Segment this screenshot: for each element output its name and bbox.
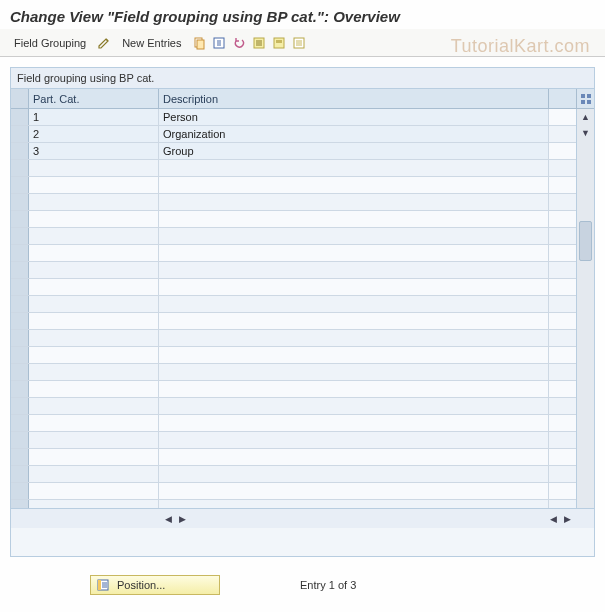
row-selector[interactable] — [11, 415, 29, 431]
cell-part-cat[interactable] — [29, 364, 159, 380]
row-selector[interactable] — [11, 262, 29, 278]
row-selector[interactable] — [11, 194, 29, 210]
cell-description[interactable] — [159, 398, 549, 414]
cell-description[interactable] — [159, 262, 549, 278]
row-selector[interactable] — [11, 466, 29, 482]
column-header-part-cat[interactable]: Part. Cat. — [29, 89, 159, 108]
scroll-thumb[interactable] — [579, 221, 592, 261]
row-selector[interactable] — [11, 160, 29, 176]
cell-description[interactable] — [159, 228, 549, 244]
row-selector[interactable] — [11, 483, 29, 499]
cell-description[interactable] — [159, 364, 549, 380]
cell-part-cat[interactable]: 2 — [29, 126, 159, 142]
row-selector[interactable] — [11, 143, 29, 159]
table-row[interactable] — [11, 313, 594, 330]
table-row[interactable] — [11, 347, 594, 364]
cell-description[interactable] — [159, 279, 549, 295]
cell-part-cat[interactable] — [29, 449, 159, 465]
cell-description[interactable] — [159, 194, 549, 210]
cell-description[interactable] — [159, 347, 549, 363]
table-row[interactable]: 1Person — [11, 109, 594, 126]
cell-description[interactable] — [159, 432, 549, 448]
cell-part-cat[interactable] — [29, 381, 159, 397]
cell-description[interactable] — [159, 483, 549, 499]
table-row[interactable] — [11, 415, 594, 432]
table-row[interactable] — [11, 483, 594, 500]
row-selector[interactable] — [11, 126, 29, 142]
cell-part-cat[interactable] — [29, 296, 159, 312]
deselect-all-icon[interactable] — [291, 35, 307, 51]
table-row[interactable] — [11, 398, 594, 415]
row-selector[interactable] — [11, 364, 29, 380]
hscroll-left2-icon[interactable]: ◀ — [546, 512, 560, 526]
cell-part-cat[interactable] — [29, 279, 159, 295]
table-row[interactable] — [11, 211, 594, 228]
row-selector[interactable] — [11, 245, 29, 261]
cell-description[interactable] — [159, 177, 549, 193]
select-block-icon[interactable] — [271, 35, 287, 51]
new-entries-button[interactable]: New Entries — [116, 35, 187, 51]
cell-description[interactable] — [159, 415, 549, 431]
cell-part-cat[interactable] — [29, 398, 159, 414]
row-selector[interactable] — [11, 398, 29, 414]
table-row[interactable]: 3Group — [11, 143, 594, 160]
row-selector[interactable] — [11, 449, 29, 465]
cell-part-cat[interactable] — [29, 466, 159, 482]
configure-columns-icon[interactable] — [576, 89, 594, 108]
scroll-track[interactable] — [577, 141, 594, 508]
copy-icon[interactable] — [191, 35, 207, 51]
table-row[interactable] — [11, 160, 594, 177]
row-selector[interactable] — [11, 228, 29, 244]
cell-part-cat[interactable] — [29, 432, 159, 448]
cell-part-cat[interactable] — [29, 330, 159, 346]
table-row[interactable] — [11, 432, 594, 449]
cell-part-cat[interactable] — [29, 211, 159, 227]
cell-part-cat[interactable] — [29, 415, 159, 431]
row-selector[interactable] — [11, 347, 29, 363]
undo-icon[interactable] — [231, 35, 247, 51]
row-selector[interactable] — [11, 432, 29, 448]
cell-part-cat[interactable]: 1 — [29, 109, 159, 125]
cell-part-cat[interactable] — [29, 313, 159, 329]
table-row[interactable] — [11, 466, 594, 483]
cell-description[interactable] — [159, 449, 549, 465]
cell-part-cat[interactable] — [29, 177, 159, 193]
table-row[interactable] — [11, 177, 594, 194]
cell-description[interactable] — [159, 313, 549, 329]
row-selector[interactable] — [11, 279, 29, 295]
table-row[interactable] — [11, 330, 594, 347]
cell-description[interactable]: Group — [159, 143, 549, 159]
cell-description[interactable] — [159, 466, 549, 482]
cell-description[interactable] — [159, 381, 549, 397]
scroll-up-icon[interactable]: ▲ — [578, 109, 594, 125]
column-header-description[interactable]: Description — [159, 89, 549, 108]
row-selector[interactable] — [11, 381, 29, 397]
cell-part-cat[interactable] — [29, 483, 159, 499]
cell-part-cat[interactable] — [29, 194, 159, 210]
cell-description[interactable]: Person — [159, 109, 549, 125]
table-row[interactable] — [11, 364, 594, 381]
cell-part-cat[interactable] — [29, 262, 159, 278]
hscroll-left-icon[interactable]: ◀ — [161, 512, 175, 526]
row-selector[interactable] — [11, 296, 29, 312]
edit-icon[interactable] — [96, 35, 112, 51]
row-selector[interactable] — [11, 177, 29, 193]
position-button[interactable]: Position... — [90, 575, 220, 595]
cell-description[interactable] — [159, 245, 549, 261]
table-row[interactable] — [11, 449, 594, 466]
cell-part-cat[interactable]: 3 — [29, 143, 159, 159]
scroll-down-icon[interactable]: ▼ — [578, 125, 594, 141]
cell-description[interactable] — [159, 160, 549, 176]
cell-part-cat[interactable] — [29, 245, 159, 261]
table-row[interactable] — [11, 194, 594, 211]
cell-description[interactable]: Organization — [159, 126, 549, 142]
delete-icon[interactable] — [211, 35, 227, 51]
table-row[interactable] — [11, 279, 594, 296]
cell-description[interactable] — [159, 211, 549, 227]
cell-part-cat[interactable] — [29, 228, 159, 244]
select-all-icon[interactable] — [251, 35, 267, 51]
table-row[interactable] — [11, 296, 594, 313]
hscroll-right2-icon[interactable]: ▶ — [560, 512, 574, 526]
row-selector[interactable] — [11, 313, 29, 329]
cell-part-cat[interactable] — [29, 160, 159, 176]
